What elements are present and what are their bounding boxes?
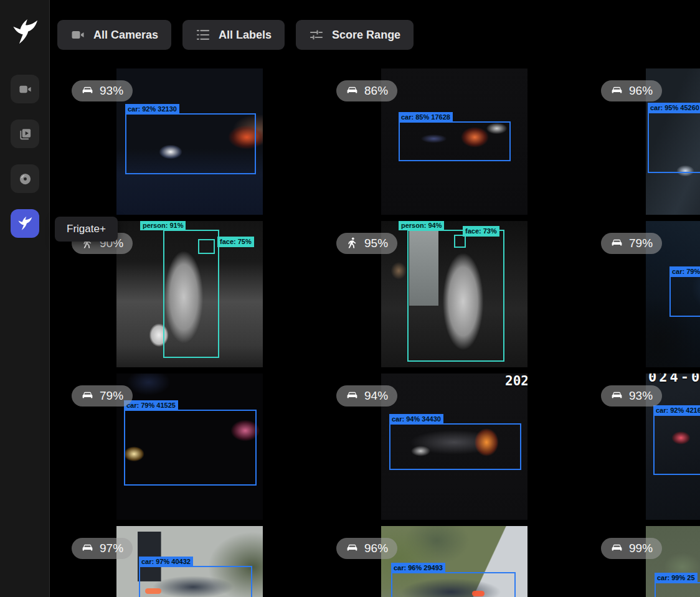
detection-card[interactable]: 96% car: 95% 45260: [587, 68, 700, 215]
face-label: face: 73%: [463, 226, 499, 237]
score-value: 86%: [364, 85, 388, 96]
video-camera-icon: [70, 27, 85, 42]
sidebar: [0, 0, 50, 597]
frigate-plus-tooltip: Frigate+: [55, 217, 118, 242]
car-icon: [81, 389, 94, 402]
detection-thumbnail[interactable]: car: 92% 32130: [116, 68, 263, 215]
bounding-box: car: 99% 25: [655, 582, 700, 597]
bounding-box-label: car: 95% 45260: [648, 103, 700, 113]
detection-thumbnail[interactable]: car: 96% 29493: [381, 526, 527, 597]
main-content: All Cameras All Labels Score Range 93% c…: [50, 0, 700, 597]
detection-card[interactable]: 99% car: 99% 25: [587, 526, 700, 597]
car-icon: [81, 542, 94, 555]
detection-card[interactable]: 96% car: 96% 29493: [322, 526, 587, 597]
score-value: 94%: [364, 390, 388, 402]
bounding-box: car: 92% 4216: [653, 415, 700, 475]
bounding-box-label: car: 94% 34430: [389, 414, 443, 425]
review-frames-icon: [18, 127, 32, 141]
score-value: 99%: [629, 542, 653, 554]
frigate-logo: [11, 17, 39, 46]
bounding-box-label: car: 99% 25: [655, 573, 698, 583]
detection-thumbnail[interactable]: car: 85% 17628: [381, 68, 527, 215]
bounding-box-label: car: 85% 17628: [399, 112, 453, 123]
car-icon: [610, 84, 623, 97]
face-label: face: 75%: [217, 237, 254, 247]
score-value: 93%: [629, 390, 653, 402]
detection-card[interactable]: 79% car: 79%: [587, 221, 700, 367]
taillight-glow: [145, 588, 161, 594]
all-labels-button[interactable]: All Labels: [182, 20, 285, 50]
detection-card[interactable]: 79% car: 79% 41525: [57, 374, 322, 520]
bounding-box: car: 95% 45260: [648, 112, 700, 173]
score-badge: 94%: [336, 385, 397, 407]
score-value: 79%: [100, 390, 123, 402]
car-icon: [610, 237, 623, 250]
detection-card[interactable]: 97% car: 97% 40432: [57, 526, 322, 597]
score-badge: 96%: [601, 80, 662, 101]
car-icon: [610, 389, 623, 402]
detection-thumbnail[interactable]: person: 91% face: 75%: [116, 221, 263, 367]
list-icon: [196, 27, 210, 42]
car-icon: [81, 84, 94, 97]
detection-card[interactable]: 93% car: 92% 32130: [57, 68, 322, 215]
car-icon: [346, 542, 359, 555]
score-value: 93%: [100, 85, 123, 96]
bounding-box-label: car: 97% 40432: [139, 557, 193, 567]
detection-thumbnail[interactable]: person: 94% face: 73%: [381, 221, 527, 367]
detection-thumbnail[interactable]: car: 99% 25: [646, 526, 700, 597]
camera-timestamp: 202: [505, 374, 527, 388]
score-value: 96%: [364, 542, 388, 554]
sidebar-item-cameras[interactable]: [11, 75, 39, 103]
sliders-icon: [309, 27, 324, 42]
person-icon: [346, 237, 359, 250]
car-blur: [153, 576, 234, 597]
taillight-glow: [472, 591, 485, 596]
score-badge: 93%: [601, 385, 662, 407]
detection-card[interactable]: 93% 024-05 0 car: 92% 4216: [587, 374, 700, 520]
detection-thumbnail[interactable]: 202 car: 94% 34430: [381, 374, 527, 520]
bounding-box-label: car: 92% 4216: [653, 405, 700, 416]
bounding-box-label: car: 92% 32130: [125, 104, 179, 115]
detection-card[interactable]: 90% person: 91% face: 75%: [57, 221, 322, 367]
detection-card[interactable]: 86% car: 85% 17628: [322, 68, 587, 215]
score-range-label: Score Range: [332, 29, 400, 42]
detection-thumbnail[interactable]: car: 97% 40432: [116, 526, 263, 597]
bounding-box: car: 85% 17628: [399, 121, 511, 161]
face-bounding-box: face: 75%: [198, 239, 215, 254]
camera-timestamp: 024-05 0: [648, 374, 700, 385]
bounding-box-label: car: 96% 29493: [391, 563, 445, 573]
bounding-box: car: 97% 40432: [139, 566, 252, 597]
face-bounding-box: face: 73%: [454, 235, 466, 248]
bounding-box: car: 92% 32130: [125, 113, 256, 174]
score-range-button[interactable]: Score Range: [296, 20, 414, 50]
car-blur: [401, 578, 501, 597]
frigate-bird-icon: [11, 17, 39, 46]
sidebar-nav: [11, 75, 39, 238]
filter-toolbar: All Cameras All Labels Score Range: [57, 20, 414, 50]
sidebar-item-review[interactable]: [11, 120, 39, 148]
score-value: 97%: [100, 542, 123, 554]
disc-icon: [18, 172, 32, 186]
detection-thumbnail[interactable]: car: 79% 41525: [116, 374, 263, 520]
score-badge: 99%: [601, 538, 662, 559]
bounding-box-label: car: 79% 41525: [124, 400, 178, 411]
score-badge: 79%: [601, 233, 662, 254]
score-badge: 95%: [336, 233, 397, 254]
score-value: 79%: [629, 237, 653, 249]
score-badge: 96%: [336, 538, 397, 559]
person-label: person: 91%: [140, 221, 186, 230]
detection-card[interactable]: 94% 202 car: 94% 34430: [322, 374, 587, 520]
all-cameras-label: All Cameras: [93, 29, 158, 42]
all-cameras-button[interactable]: All Cameras: [57, 20, 171, 50]
detection-card[interactable]: 95% person: 94% face: 73%: [322, 221, 587, 367]
all-labels-label: All Labels: [219, 29, 272, 42]
bounding-box: car: 79%: [669, 276, 700, 317]
score-badge: 79%: [72, 385, 133, 407]
bounding-box: car: 79% 41525: [124, 410, 257, 486]
bounding-box-label: car: 79%: [669, 266, 700, 277]
bounding-box: [407, 230, 504, 362]
sidebar-item-export[interactable]: [11, 164, 39, 193]
car-icon: [346, 84, 359, 97]
score-value: 96%: [629, 85, 653, 96]
sidebar-item-frigate-plus[interactable]: [11, 209, 39, 238]
